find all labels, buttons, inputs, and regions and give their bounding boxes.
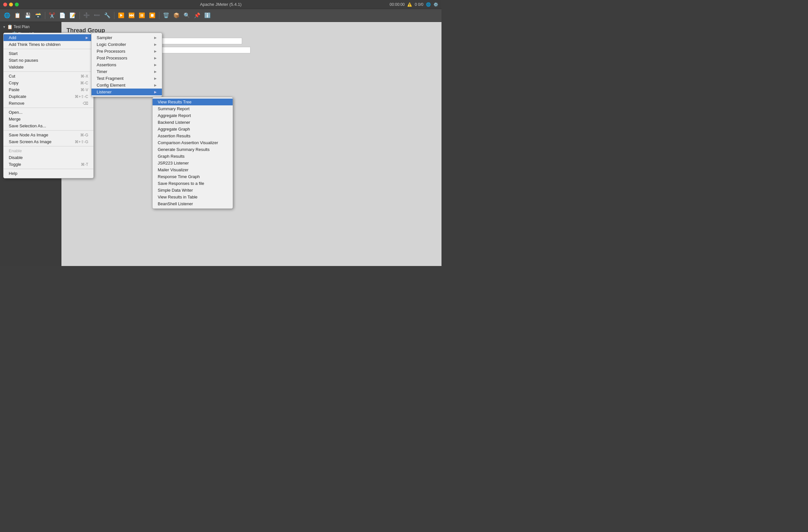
menu-item-summary-report[interactable]: Summary Report [152,105,233,112]
main-context-menu[interactable]: Add ▶ Add Think Times to children Start … [3,33,94,179]
menu-item-open[interactable]: Open... [3,109,93,116]
menu-item-validate[interactable]: Validate [3,64,93,71]
toolbar-stop[interactable]: ⏹️ [148,11,157,20]
menu-item-start[interactable]: Start [3,50,93,57]
menu-item-beanshell-listener[interactable]: BeanShell Listener [152,200,233,207]
menu-item-add[interactable]: Add ▶ [3,34,93,41]
menu-item-save-responses[interactable]: Save Responses to a file [152,180,233,187]
toolbar-help[interactable]: ℹ️ [203,11,212,20]
test-plan-icon: 📋 [7,24,12,30]
toolbar-remove[interactable]: ➖ [92,11,102,20]
menu-item-sampler[interactable]: Sampler ▶ [91,34,162,41]
menu-item-backend-listener[interactable]: Backend Listener [152,119,233,126]
menu-label-assertion-results: Assertion Results [158,133,190,138]
toolbar-save[interactable]: 💾 [23,11,32,20]
menu-label-logic-controller: Logic Controller [97,42,126,47]
menu-item-assertion-results[interactable]: Assertion Results [152,132,233,139]
menu-item-listener[interactable]: Listener ▶ [91,89,162,95]
listener-arrow: ▶ [154,90,157,94]
toolbar-settings[interactable]: 🔧 [103,11,112,20]
menu-item-copy[interactable]: Copy ⌘-C [3,79,93,86]
menu-item-aggregate-report[interactable]: Aggregate Report [152,112,233,119]
toolbar-sep-3 [114,12,114,19]
menu-label-listener: Listener [97,90,111,94]
minimize-button[interactable] [9,3,13,6]
toolbar-pin[interactable]: 📌 [192,11,202,20]
traffic-lights [3,3,19,6]
menu-item-generate-summary[interactable]: Generate Summary Results [152,146,233,153]
menu-item-config-element[interactable]: Config Element ▶ [91,82,162,89]
toolbar-pause[interactable]: ⏸️ [137,11,146,20]
toolbar-open[interactable]: 📋 [13,11,22,20]
menu-label-sampler: Sampler [97,35,112,40]
sep-6 [3,169,93,169]
menu-label-post-processors: Post Processors [97,56,127,60]
toolbar-run[interactable]: ▶️ [117,11,126,20]
toolbar-trash[interactable]: 🗑️ [162,11,171,20]
menu-item-add-think-times[interactable]: Add Think Times to children [3,41,93,48]
menu-item-start-no-pauses[interactable]: Start no pauses [3,57,93,64]
menu-item-enable: Enable [3,147,93,154]
menu-item-disable[interactable]: Disable [3,154,93,161]
menu-label-comparison-visualizer: Comparison Assertion Visualizer [158,140,218,145]
menu-item-remove[interactable]: Remove ⌫ [3,100,93,107]
menu-item-duplicate[interactable]: Duplicate ⌘+⇧-C [3,93,93,100]
menu-item-view-results-table[interactable]: View Results in Table [152,194,233,200]
menu-item-paste[interactable]: Paste ⌘-V [3,86,93,93]
toolbar-search[interactable]: 🔍 [182,11,191,20]
toolbar-paste[interactable]: 📝 [68,11,77,20]
toolbar-add[interactable]: ➕ [82,11,91,20]
close-button[interactable] [3,3,7,6]
menu-item-view-results-tree[interactable]: View Results Tree [152,98,233,105]
menu-item-toggle[interactable]: Toggle ⌘-T [3,161,93,168]
toolbar-archive[interactable]: 🗃️ [34,11,43,20]
sep-5 [3,146,93,146]
menu-item-logic-controller[interactable]: Logic Controller ▶ [91,41,162,48]
menu-item-aggregate-graph[interactable]: Aggregate Graph [152,126,233,132]
toolbar-copy[interactable]: 📄 [58,11,67,20]
sep-3 [3,108,93,108]
sidebar-item-test-plan[interactable]: ▼ 📋 Test Plan [0,23,61,30]
listener-submenu[interactable]: View Results Tree Summary Report Aggrega… [152,97,233,209]
menu-item-jsr223-listener[interactable]: JSR223 Listener [152,160,233,166]
menu-item-response-time-graph[interactable]: Response Time Graph [152,173,233,180]
menu-item-test-fragment[interactable]: Test Fragment ▶ [91,75,162,82]
menu-item-timer[interactable]: Timer ▶ [91,68,162,75]
menu-item-save-selection[interactable]: Save Selection As... [3,123,93,129]
toolbar-new[interactable]: 🌐 [3,11,12,20]
menu-item-assertions[interactable]: Assertions ▶ [91,61,162,68]
toolbar-cut[interactable]: ✂️ [48,11,57,20]
menu-item-help[interactable]: Help [3,170,93,177]
shortcut-toggle: ⌘-T [81,162,88,167]
menu-label-start: Start [9,51,17,56]
menu-item-cut[interactable]: Cut ⌘-X [3,73,93,79]
menu-item-post-processors[interactable]: Post Processors ▶ [91,55,162,61]
menu-item-merge[interactable]: Merge [3,116,93,123]
toolbar-sep-1 [45,12,45,19]
menu-label-help: Help [9,171,17,176]
menu-label-backend-listener: Backend Listener [158,120,190,125]
menu-label-open: Open... [9,110,23,115]
menu-label-validate: Validate [9,65,23,70]
counter: 0 0/0 [415,2,423,7]
menu-label-response-time-graph: Response Time Graph [158,174,200,179]
toolbar-sep-4 [159,12,159,19]
menu-item-simple-data-writer[interactable]: Simple Data Writer [152,187,233,194]
menu-item-pre-processors[interactable]: Pre Processors ▶ [91,48,162,55]
menu-item-graph-results[interactable]: Graph Results [152,153,233,160]
menu-label-beanshell-listener: BeanShell Listener [158,201,193,206]
settings-icon: ⚙️ [434,2,438,7]
menu-item-comparison-visualizer[interactable]: Comparison Assertion Visualizer [152,139,233,146]
menu-label-view-results-tree: View Results Tree [158,99,192,104]
toolbar-package[interactable]: 📦 [172,11,181,20]
menu-item-save-screen-image[interactable]: Save Screen As Image ⌘+⇧-G [3,138,93,145]
toolbar-run-no-pause[interactable]: ⏭️ [127,11,136,20]
maximize-button[interactable] [15,3,19,6]
menu-label-aggregate-report: Aggregate Report [158,113,191,118]
menu-item-mailer-visualizer[interactable]: Mailer Visualizer [152,166,233,173]
menu-label-start-no-pauses: Start no pauses [9,58,38,63]
menu-item-save-node-image[interactable]: Save Node As Image ⌘-G [3,131,93,138]
menu-label-view-results-table: View Results in Table [158,195,198,199]
add-submenu[interactable]: Sampler ▶ Logic Controller ▶ Pre Process… [91,33,162,97]
shortcut-paste: ⌘-V [80,88,88,92]
